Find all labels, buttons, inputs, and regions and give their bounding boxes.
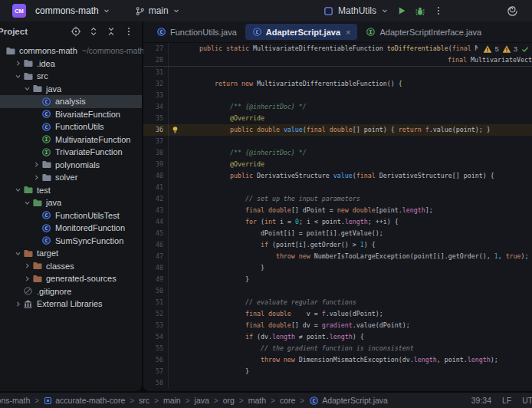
panel-options-kebab-icon[interactable] [123, 26, 134, 37]
close-icon[interactable]: × [346, 28, 350, 37]
encoding-indicator[interactable]: UTF-8 [522, 396, 532, 405]
code-line[interactable]: 43 final double[] dPoint = new double[po… [143, 205, 532, 216]
line-number[interactable]: 41 [143, 182, 168, 193]
chevron-right-icon[interactable] [14, 60, 22, 67]
code-line[interactable]: 38 /** {@inheritDoc} */ [143, 147, 532, 159]
line-number[interactable]: 40 [143, 170, 168, 182]
line-number[interactable]: 32 [143, 78, 168, 90]
code-line[interactable]: 50 [143, 285, 532, 297]
breadcrumb-item[interactable]: commons-math [0, 396, 30, 405]
code-line[interactable]: 41 [143, 182, 532, 193]
run-configuration-selector[interactable]: MathUtils [323, 5, 389, 16]
chevron-right-icon[interactable] [14, 301, 22, 308]
tree-item[interactable]: CSumSyncFunction [0, 235, 142, 248]
line-number[interactable]: 45 [143, 228, 168, 239]
line-number[interactable]: 47 [143, 251, 168, 262]
line-number[interactable]: 42 [143, 193, 168, 205]
code-line[interactable]: 33 [143, 90, 532, 101]
line-number[interactable]: 33 [143, 90, 168, 101]
tree-item[interactable]: .gitignore [0, 285, 142, 298]
code-line[interactable]: 35 @Override [143, 113, 532, 124]
code-line[interactable]: 27 public static MultivariateDifferentia… [143, 43, 532, 54]
line-number[interactable]: 43 [143, 205, 168, 216]
code-line[interactable]: 40 public DerivativeStructure value(fina… [143, 170, 532, 182]
line-number[interactable]: 44 [143, 216, 168, 228]
chevron-right-icon[interactable] [32, 174, 41, 181]
line-number[interactable]: 49 [143, 274, 168, 285]
code-line[interactable]: 48 } [143, 262, 532, 274]
line-number[interactable]: 55 [143, 343, 168, 354]
tab-adapterscriptinterface-java[interactable]: IAdapterScriptInterface.java [359, 24, 488, 40]
caret-position[interactable]: 39:34 [471, 396, 491, 405]
code-line[interactable]: 56 throw new DimensionMismatchException(… [143, 354, 532, 366]
line-number[interactable]: 39 [143, 159, 168, 170]
breadcrumb-item[interactable]: math [248, 396, 266, 405]
code-line[interactable]: 37 [143, 136, 532, 147]
inspections-widget[interactable]: 53 [478, 43, 530, 54]
locate-file-icon[interactable] [71, 26, 81, 37]
collapse-all-icon[interactable] [106, 26, 117, 37]
code-line[interactable]: 34 /** {@inheritDoc} */ [143, 101, 532, 113]
breadcrumb-item[interactable]: CAdapterScript.java [309, 396, 388, 406]
tab-functionutils-java[interactable]: CFunctionUtils.java [149, 24, 244, 40]
line-number[interactable]: 53 [143, 320, 168, 331]
code-line[interactable]: 31 [143, 67, 532, 78]
code-line[interactable]: 42 // set up the input parameters [143, 193, 532, 205]
tree-item[interactable]: Canalysis [0, 95, 142, 108]
tree-item[interactable]: CMonitoredFunction [0, 222, 142, 235]
code-area[interactable]: 27 public static MultivariateDifferentia… [143, 43, 532, 391]
code-line[interactable]: 54 if (dv.length ≠ point.length) { [143, 331, 532, 343]
chevron-down-icon[interactable] [14, 73, 22, 80]
line-number[interactable]: 46 [143, 239, 168, 251]
code-line[interactable]: 28final MultivariateVect [143, 54, 532, 66]
tree-item[interactable]: java [0, 83, 142, 96]
chevron-right-icon[interactable] [23, 275, 31, 282]
vcs-branch-widget[interactable]: main [130, 3, 185, 18]
chevron-right-icon[interactable] [23, 262, 31, 269]
expand-all-icon[interactable] [88, 26, 99, 37]
line-number[interactable]: 48 [143, 262, 168, 274]
code-line[interactable]: 49 } [143, 274, 532, 285]
tree-item[interactable]: ITrivariateFunction [0, 146, 142, 159]
line-number[interactable]: 28 [143, 54, 168, 66]
tree-item[interactable]: CFunctionUtils [0, 120, 142, 133]
breadcrumb-item[interactable]: core [280, 396, 295, 405]
line-number[interactable]: 36 [143, 124, 168, 136]
code-line[interactable]: 39 @Override [143, 159, 532, 170]
code-line[interactable]: 36 public double value(final double[] po… [143, 124, 532, 136]
line-number[interactable]: 50 [143, 285, 168, 297]
line-number[interactable]: 58 [143, 377, 168, 389]
chevron-right-icon[interactable] [32, 161, 41, 168]
line-number[interactable]: 51 [143, 297, 168, 308]
code-line[interactable]: 47 throw new NumberIsTooLargeException(p… [143, 251, 532, 262]
more-options-button[interactable] [433, 5, 444, 16]
project-widget[interactable]: commons-math [31, 3, 115, 18]
code-line[interactable]: 32 return new MultivariateDifferentiable… [143, 78, 532, 90]
breadcrumb-item[interactable]: org [223, 396, 235, 405]
code-line[interactable]: 57 } [143, 366, 532, 377]
line-number[interactable]: 35 [143, 113, 168, 124]
chevron-down-icon[interactable] [23, 199, 31, 206]
breadcrumb-item[interactable]: accurate-math-core [44, 396, 125, 405]
line-number[interactable]: 31 [143, 67, 168, 78]
run-button[interactable] [396, 5, 407, 16]
breadcrumb-item[interactable]: java [195, 396, 209, 405]
line-number[interactable]: 38 [143, 147, 168, 159]
code-line[interactable]: 45 dPoint[i] = point[i].getValue(); [143, 228, 532, 239]
debug-button[interactable] [415, 5, 425, 16]
tab-adapterscript-java[interactable]: CAdapterScript.java× [245, 24, 358, 40]
code-line[interactable]: 51 // evaluate regular functions [143, 297, 532, 308]
tree-item[interactable]: External Libraries [0, 298, 142, 311]
search-everywhere-swirl-icon[interactable] [507, 5, 518, 17]
code-line[interactable]: 58 [143, 377, 532, 389]
tree-item[interactable]: .idea [0, 58, 142, 71]
line-number[interactable]: 54 [143, 331, 168, 343]
tree-item[interactable]: src [0, 70, 142, 83]
chevron-down-icon[interactable] [14, 186, 22, 193]
tree-item[interactable]: solver [0, 171, 142, 184]
breadcrumb-item[interactable]: main [163, 396, 181, 405]
line-number[interactable]: 57 [143, 366, 168, 377]
tree-item[interactable]: classes [0, 260, 142, 273]
tree-item[interactable]: polynomials [0, 159, 142, 172]
tree-item[interactable]: target [0, 247, 142, 260]
